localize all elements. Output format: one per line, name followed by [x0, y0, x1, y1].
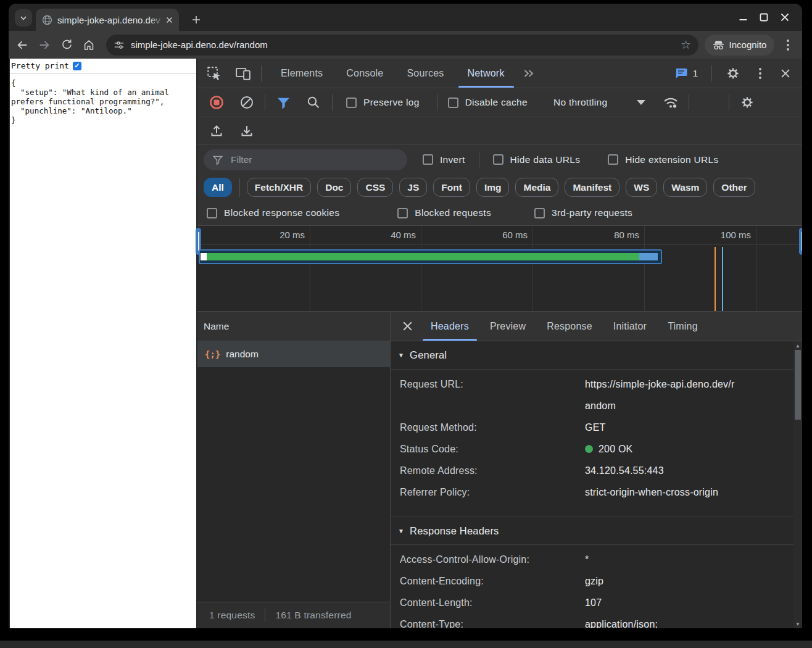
- devtools-menu-button[interactable]: [759, 68, 761, 79]
- har-toolbar: [197, 117, 802, 145]
- pretty-print-label: Pretty print: [11, 61, 69, 70]
- invert-checkbox[interactable]: [423, 154, 433, 165]
- tab-elements[interactable]: Elements: [269, 59, 334, 88]
- tab-sources[interactable]: Sources: [395, 59, 455, 88]
- hide-data-urls-label: Hide data URLs: [510, 154, 581, 165]
- scrollbar-thumb[interactable]: [795, 350, 801, 420]
- blocked-requests-label: Blocked requests: [415, 207, 491, 218]
- hide-data-urls-checkbox[interactable]: [493, 154, 503, 165]
- disable-cache-label: Disable cache: [465, 97, 528, 108]
- tab-preview[interactable]: Preview: [479, 312, 536, 341]
- header-row: Request URL: https://simple-joke-api.den…: [400, 373, 793, 417]
- reload-button[interactable]: [59, 38, 74, 52]
- response-headers-section-header[interactable]: ▼ Response Headers: [391, 517, 793, 545]
- tab-network[interactable]: Network: [456, 59, 516, 88]
- tab-console[interactable]: Console: [334, 59, 395, 88]
- home-icon: [82, 38, 96, 52]
- export-har-icon: [239, 123, 254, 138]
- chip-other[interactable]: Other: [713, 178, 755, 197]
- chip-ws[interactable]: WS: [626, 178, 657, 197]
- site-settings-icon[interactable]: [114, 39, 125, 51]
- filter-toggle-button[interactable]: [276, 95, 291, 110]
- tab-headers[interactable]: Headers: [420, 312, 479, 341]
- tab-initiator[interactable]: Initiator: [603, 312, 657, 341]
- chip-manifest[interactable]: Manifest: [565, 178, 619, 197]
- page-content: Pretty print ✓ { "setup": "What kind of …: [10, 59, 196, 628]
- incognito-label: Incognito: [729, 39, 767, 50]
- close-icon: [402, 320, 413, 332]
- devtools-settings-button[interactable]: [726, 66, 740, 81]
- window-controls: [739, 12, 790, 23]
- hide-extension-urls-checkbox[interactable]: [608, 154, 618, 165]
- network-search-button[interactable]: [306, 95, 321, 110]
- forward-button[interactable]: [37, 38, 52, 52]
- import-har-button[interactable]: [209, 123, 224, 138]
- tab-response[interactable]: Response: [536, 312, 603, 341]
- preserve-log-checkbox[interactable]: [346, 98, 357, 108]
- home-button[interactable]: [81, 38, 96, 52]
- chip-doc[interactable]: Doc: [317, 178, 351, 197]
- maximize-icon[interactable]: [760, 13, 768, 22]
- third-party-checkbox[interactable]: [534, 208, 545, 218]
- record-button[interactable]: [209, 95, 224, 110]
- chip-font[interactable]: Font: [433, 178, 470, 197]
- browser-menu-button[interactable]: [782, 38, 793, 52]
- chip-fetch-xhr[interactable]: Fetch/XHR: [247, 178, 311, 197]
- issues-button[interactable]: 1: [674, 67, 698, 80]
- throttling-select[interactable]: No throttling: [553, 97, 645, 108]
- blocked-response-cookies-checkbox[interactable]: [207, 208, 217, 218]
- load-event-line: [722, 247, 723, 311]
- overview-right-handle[interactable]: [799, 228, 802, 255]
- window-close-icon[interactable]: [780, 12, 790, 22]
- more-tabs-button[interactable]: [521, 66, 536, 81]
- tab-search-button[interactable]: [15, 9, 32, 27]
- chip-css[interactable]: CSS: [357, 178, 393, 197]
- network-conditions-button[interactable]: [662, 95, 679, 110]
- requests-table: Name {;} random 1 requests 161 B transfe…: [197, 312, 391, 628]
- inspect-element-button[interactable]: [206, 65, 222, 81]
- incognito-badge: Incognito: [705, 35, 774, 56]
- dcl-event-line: [715, 247, 716, 311]
- browser-tab[interactable]: simple-joke-api.deno.dev: [36, 9, 179, 31]
- name-column-header[interactable]: Name: [197, 312, 390, 341]
- scroll-up-arrow[interactable]: ▲: [793, 341, 802, 350]
- network-settings-button[interactable]: [740, 95, 755, 110]
- devtools-close-button[interactable]: [780, 68, 791, 79]
- request-row-random[interactable]: {;} random: [197, 341, 390, 367]
- chip-all[interactable]: All: [204, 178, 232, 197]
- chip-img[interactable]: Img: [476, 178, 510, 197]
- filter-input[interactable]: Filter: [204, 149, 407, 170]
- general-section-header[interactable]: ▼ General: [391, 341, 793, 370]
- inspect-icon: [206, 65, 222, 81]
- bookmark-star-icon[interactable]: ☆: [681, 39, 691, 51]
- json-line: prefers functional programming?",: [11, 97, 196, 106]
- globe-icon: [42, 15, 52, 25]
- transferred-size: 161 B transferred: [275, 610, 351, 621]
- blocked-requests-checkbox[interactable]: [397, 208, 408, 218]
- overview-request-bar[interactable]: [199, 249, 662, 264]
- bar-queued-segment: [201, 253, 207, 260]
- export-har-button[interactable]: [239, 123, 254, 138]
- address-bar[interactable]: simple-joke-api.deno.dev/random ☆: [106, 35, 698, 56]
- disable-cache-checkbox[interactable]: [448, 98, 458, 108]
- chip-media[interactable]: Media: [515, 178, 558, 197]
- general-rows: Request URL: https://simple-joke-api.den…: [391, 370, 793, 517]
- json-line: "setup": "What kind of an animal: [11, 88, 196, 97]
- browser-window: simple-joke-api.deno.dev: [9, 4, 802, 628]
- tab-timing[interactable]: Timing: [657, 312, 708, 341]
- minimize-icon[interactable]: [739, 13, 748, 22]
- pretty-print-checkbox[interactable]: ✓: [73, 62, 81, 70]
- request-name: random: [226, 349, 259, 360]
- details-close-button[interactable]: [400, 320, 414, 333]
- tab-close-icon[interactable]: [165, 15, 174, 25]
- chip-wasm[interactable]: Wasm: [663, 178, 707, 197]
- chip-js[interactable]: JS: [399, 178, 427, 197]
- network-overview[interactable]: 20 ms 40 ms 60 ms 80 ms 100 ms: [197, 226, 802, 312]
- back-button[interactable]: [15, 38, 30, 52]
- device-toolbar-button[interactable]: [235, 65, 251, 81]
- new-tab-button[interactable]: [188, 11, 205, 28]
- details-scrollbar[interactable]: ▲ ▼: [793, 341, 802, 628]
- scroll-down-arrow[interactable]: ▼: [793, 620, 802, 628]
- close-icon: [780, 68, 791, 79]
- clear-button[interactable]: [239, 95, 254, 110]
